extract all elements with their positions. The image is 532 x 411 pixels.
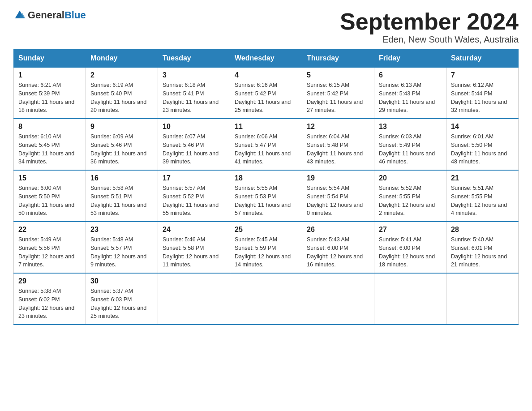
calendar-table: SundayMondayTuesdayWednesdayThursdayFrid… (13, 49, 519, 325)
weekday-header-tuesday: Tuesday (158, 50, 230, 68)
calendar-cell: 27 Sunrise: 5:41 AM Sunset: 6:00 PM Dayl… (374, 222, 446, 273)
day-info: Sunrise: 5:40 AM Sunset: 6:01 PM Dayligh… (451, 235, 514, 269)
calendar-cell: 9 Sunrise: 6:09 AM Sunset: 5:46 PM Dayli… (86, 119, 158, 170)
calendar-week-row: 15 Sunrise: 6:00 AM Sunset: 5:50 PM Dayl… (14, 170, 519, 222)
calendar-cell (374, 273, 446, 325)
calendar-cell: 2 Sunrise: 6:19 AM Sunset: 5:40 PM Dayli… (86, 67, 158, 119)
calendar-cell: 19 Sunrise: 5:54 AM Sunset: 5:54 PM Dayl… (302, 170, 374, 222)
day-info: Sunrise: 5:37 AM Sunset: 6:03 PM Dayligh… (90, 287, 153, 321)
day-info: Sunrise: 6:16 AM Sunset: 5:42 PM Dayligh… (235, 81, 297, 115)
day-info: Sunrise: 6:13 AM Sunset: 5:43 PM Dayligh… (379, 81, 442, 115)
day-number: 13 (379, 123, 442, 131)
day-number: 18 (235, 174, 297, 182)
weekday-header-sunday: Sunday (14, 50, 86, 68)
day-info: Sunrise: 5:52 AM Sunset: 5:55 PM Dayligh… (379, 184, 442, 218)
day-number: 21 (451, 174, 514, 182)
calendar-cell: 30 Sunrise: 5:37 AM Sunset: 6:03 PM Dayl… (86, 273, 158, 325)
calendar-cell: 26 Sunrise: 5:43 AM Sunset: 6:00 PM Dayl… (302, 222, 374, 273)
calendar-cell: 29 Sunrise: 5:38 AM Sunset: 6:02 PM Dayl… (14, 273, 86, 325)
day-info: Sunrise: 5:45 AM Sunset: 5:59 PM Dayligh… (235, 235, 297, 269)
calendar-cell: 7 Sunrise: 6:12 AM Sunset: 5:44 PM Dayli… (446, 67, 519, 119)
day-number: 17 (163, 174, 225, 182)
logo-text-blue: Blue (64, 9, 86, 21)
calendar-cell (302, 273, 374, 325)
calendar-cell: 18 Sunrise: 5:55 AM Sunset: 5:53 PM Dayl… (230, 170, 302, 222)
calendar-cell: 10 Sunrise: 6:07 AM Sunset: 5:46 PM Dayl… (158, 119, 230, 170)
calendar-cell: 24 Sunrise: 5:46 AM Sunset: 5:58 PM Dayl… (158, 222, 230, 273)
calendar-cell: 23 Sunrise: 5:48 AM Sunset: 5:57 PM Dayl… (86, 222, 158, 273)
calendar-cell (446, 273, 519, 325)
weekday-header-wednesday: Wednesday (230, 50, 302, 68)
calendar-week-row: 22 Sunrise: 5:49 AM Sunset: 5:56 PM Dayl… (14, 222, 519, 273)
day-info: Sunrise: 6:00 AM Sunset: 5:50 PM Dayligh… (18, 184, 81, 218)
calendar-cell (158, 273, 230, 325)
calendar-cell: 15 Sunrise: 6:00 AM Sunset: 5:50 PM Dayl… (14, 170, 86, 222)
day-number: 25 (235, 226, 297, 234)
day-number: 27 (379, 226, 442, 234)
calendar-cell: 5 Sunrise: 6:15 AM Sunset: 5:42 PM Dayli… (302, 67, 374, 119)
day-info: Sunrise: 6:21 AM Sunset: 5:39 PM Dayligh… (18, 81, 81, 115)
day-info: Sunrise: 5:54 AM Sunset: 5:54 PM Dayligh… (307, 184, 369, 218)
day-info: Sunrise: 5:55 AM Sunset: 5:53 PM Dayligh… (235, 184, 297, 218)
location-title: Eden, New South Wales, Australia (340, 34, 519, 45)
calendar-week-row: 1 Sunrise: 6:21 AM Sunset: 5:39 PM Dayli… (14, 67, 519, 119)
weekday-header-row: SundayMondayTuesdayWednesdayThursdayFrid… (14, 50, 519, 68)
day-number: 29 (18, 277, 81, 285)
logo-text-general: General (28, 9, 64, 21)
month-title: September 2024 (340, 9, 519, 34)
calendar-cell: 12 Sunrise: 6:04 AM Sunset: 5:48 PM Dayl… (302, 119, 374, 170)
day-number: 16 (90, 174, 153, 182)
day-number: 1 (18, 71, 81, 79)
day-info: Sunrise: 6:19 AM Sunset: 5:40 PM Dayligh… (90, 81, 153, 115)
logo-icon (13, 9, 26, 21)
day-info: Sunrise: 5:43 AM Sunset: 6:00 PM Dayligh… (307, 235, 369, 269)
calendar-cell: 20 Sunrise: 5:52 AM Sunset: 5:55 PM Dayl… (374, 170, 446, 222)
day-info: Sunrise: 5:51 AM Sunset: 5:55 PM Dayligh… (451, 184, 514, 218)
weekday-header-saturday: Saturday (446, 50, 519, 68)
day-number: 24 (163, 226, 225, 234)
day-info: Sunrise: 6:03 AM Sunset: 5:49 PM Dayligh… (379, 133, 442, 166)
calendar-cell (230, 273, 302, 325)
day-number: 5 (307, 71, 369, 79)
day-info: Sunrise: 6:10 AM Sunset: 5:45 PM Dayligh… (18, 133, 81, 166)
day-number: 12 (307, 123, 369, 131)
day-info: Sunrise: 6:15 AM Sunset: 5:42 PM Dayligh… (307, 81, 369, 115)
weekday-header-friday: Friday (374, 50, 446, 68)
calendar-cell: 3 Sunrise: 6:18 AM Sunset: 5:41 PM Dayli… (158, 67, 230, 119)
day-info: Sunrise: 5:48 AM Sunset: 5:57 PM Dayligh… (90, 235, 153, 269)
calendar-cell: 13 Sunrise: 6:03 AM Sunset: 5:49 PM Dayl… (374, 119, 446, 170)
day-number: 28 (451, 226, 514, 234)
calendar-cell: 22 Sunrise: 5:49 AM Sunset: 5:56 PM Dayl… (14, 222, 86, 273)
day-number: 14 (451, 123, 514, 131)
day-info: Sunrise: 6:09 AM Sunset: 5:46 PM Dayligh… (90, 133, 153, 166)
day-number: 2 (90, 71, 153, 79)
calendar-cell: 21 Sunrise: 5:51 AM Sunset: 5:55 PM Dayl… (446, 170, 519, 222)
calendar-cell: 17 Sunrise: 5:57 AM Sunset: 5:52 PM Dayl… (158, 170, 230, 222)
day-number: 4 (235, 71, 297, 79)
title-block: September 2024 Eden, New South Wales, Au… (340, 9, 519, 45)
calendar-cell: 4 Sunrise: 6:16 AM Sunset: 5:42 PM Dayli… (230, 67, 302, 119)
day-info: Sunrise: 6:18 AM Sunset: 5:41 PM Dayligh… (163, 81, 225, 115)
calendar-week-row: 8 Sunrise: 6:10 AM Sunset: 5:45 PM Dayli… (14, 119, 519, 170)
day-number: 11 (235, 123, 297, 131)
day-number: 26 (307, 226, 369, 234)
day-info: Sunrise: 6:01 AM Sunset: 5:50 PM Dayligh… (451, 133, 514, 166)
day-info: Sunrise: 5:46 AM Sunset: 5:58 PM Dayligh… (163, 235, 225, 269)
day-info: Sunrise: 6:07 AM Sunset: 5:46 PM Dayligh… (163, 133, 225, 166)
day-number: 19 (307, 174, 369, 182)
day-number: 10 (163, 123, 225, 131)
calendar-cell: 16 Sunrise: 5:58 AM Sunset: 5:51 PM Dayl… (86, 170, 158, 222)
weekday-header-thursday: Thursday (302, 50, 374, 68)
day-info: Sunrise: 5:57 AM Sunset: 5:52 PM Dayligh… (163, 184, 225, 218)
calendar-cell: 6 Sunrise: 6:13 AM Sunset: 5:43 PM Dayli… (374, 67, 446, 119)
day-info: Sunrise: 5:41 AM Sunset: 6:00 PM Dayligh… (379, 235, 442, 269)
day-number: 23 (90, 226, 153, 234)
day-number: 22 (18, 226, 81, 234)
calendar-cell: 14 Sunrise: 6:01 AM Sunset: 5:50 PM Dayl… (446, 119, 519, 170)
day-info: Sunrise: 6:12 AM Sunset: 5:44 PM Dayligh… (451, 81, 514, 115)
weekday-header-monday: Monday (86, 50, 158, 68)
calendar-cell: 8 Sunrise: 6:10 AM Sunset: 5:45 PM Dayli… (14, 119, 86, 170)
day-info: Sunrise: 5:58 AM Sunset: 5:51 PM Dayligh… (90, 184, 153, 218)
calendar-cell: 1 Sunrise: 6:21 AM Sunset: 5:39 PM Dayli… (14, 67, 86, 119)
logo: GeneralBlue (13, 9, 86, 21)
